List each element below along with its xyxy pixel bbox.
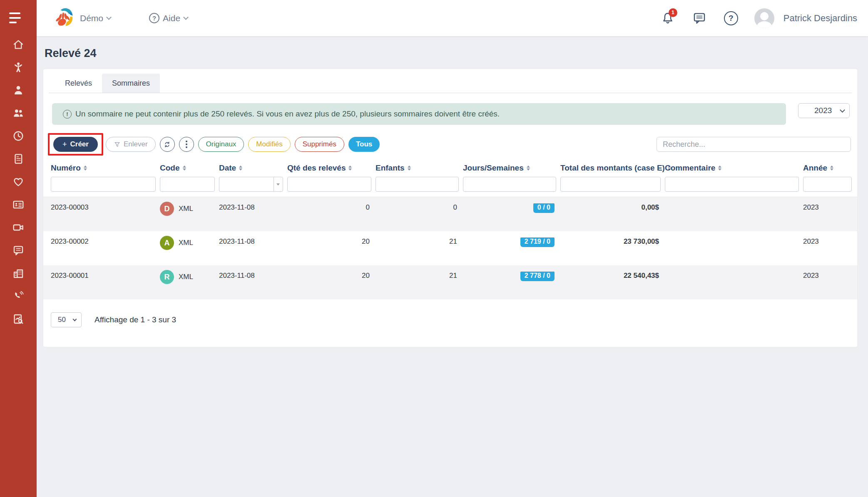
cell-code: A XML [160,236,215,250]
column-header-enfants[interactable]: Enfants [376,163,459,173]
sort-icon [84,166,87,171]
tab-bar: Relevés Sommaires [49,69,852,93]
chevron-down-icon [276,183,280,185]
column-header-date[interactable]: Date [219,163,283,173]
sidebar-item-reports[interactable] [0,307,37,330]
help-button[interactable]: ? [723,10,739,27]
table-row[interactable]: 2023-00001 R XML 2023-11-08 20 21 2 778 … [43,265,857,299]
sidebar-item-contacts[interactable] [0,193,37,216]
tab-sommaires[interactable]: Sommaires [102,74,160,93]
help-menu[interactable]: ? Aide [149,13,188,23]
column-header-code[interactable]: Code [160,163,215,173]
sidebar-item-messages[interactable] [0,239,37,262]
tab-releves[interactable]: Relevés [55,74,102,93]
cell-enfants: 21 [376,272,459,280]
pagination: 50 Affichage de 1 - 3 sur 3 [51,312,857,327]
chevron-down-icon [73,317,77,321]
search-input[interactable] [657,137,851,152]
menu-icon[interactable] [0,0,37,23]
filter-code-input[interactable] [160,177,215,192]
filter-date-input[interactable] [219,177,274,192]
cell-date: 2023-11-08 [219,237,283,246]
code-letter-badge: D [160,202,174,216]
refresh-icon [163,141,171,148]
sidebar-item-organization[interactable] [0,262,37,284]
sidebar-item-attendance[interactable] [0,124,37,147]
kebab-icon [186,141,187,148]
create-button[interactable]: +Créer [53,137,98,152]
cell-total: 0,00$ [560,203,661,212]
filter-jours-input[interactable] [463,177,556,192]
jours-semaines-badge: 2 719 / 0 [520,237,555,247]
column-header-jours[interactable]: Jours/Semaines [463,163,556,173]
table-row[interactable]: 2023-00002 A XML 2023-11-08 20 21 2 719 … [43,231,857,265]
filter-modifies-button[interactable]: Modifiés [248,137,290,152]
filter-qte-input[interactable] [287,177,371,192]
funnel-icon [114,141,121,148]
sort-icon [408,166,411,171]
notifications-button[interactable]: 1 [659,10,676,27]
code-letter-badge: R [160,270,174,284]
remove-button[interactable]: Enlever [106,137,156,152]
app-menu[interactable]: Démo [52,6,111,30]
filter-numero-input[interactable] [51,177,156,192]
contact-card-icon [12,198,25,211]
date-filter-dropdown[interactable] [274,177,283,192]
sidebar-item-video[interactable] [0,216,37,239]
code-format: XML [179,205,193,213]
cell-jours: 0 / 0 [463,203,556,213]
sidebar-item-health[interactable] [0,170,37,193]
top-bar: Démo ? Aide 1 ? Patrick Desjardins [37,0,868,36]
code-letter-badge: A [160,236,174,250]
cell-qte: 20 [287,272,371,280]
filter-originaux-button[interactable]: Originaux [198,137,244,152]
column-header-qte[interactable]: Qté des relevés [287,163,371,173]
refresh-button[interactable] [160,137,175,152]
sidebar-item-calls[interactable] [0,284,37,307]
filter-supprimes-button[interactable]: Supprimés [295,137,344,152]
toolbar: +Créer Enlever Originaux Modifiés Suppri… [48,134,851,155]
phone-icon [12,290,25,302]
cell-total: 22 540,43$ [560,272,661,280]
info-banner: ! Un sommaire ne peut contenir plus de 2… [52,103,786,125]
filter-enfants-input[interactable] [376,177,459,192]
sidebar-item-home[interactable] [0,33,37,56]
filter-commentaire-input[interactable] [665,177,799,192]
cell-jours: 2 719 / 0 [463,237,556,247]
column-header-commentaire[interactable]: Commentaire [665,163,799,173]
sidebar-item-families[interactable] [0,101,37,124]
sort-icon [718,166,721,171]
chevron-down-icon [840,107,845,113]
question-circle-icon: ? [724,11,738,25]
filter-total-input[interactable] [560,177,661,192]
message-icon [692,11,706,25]
invoice-icon [12,153,25,165]
cell-annee: 2023 [803,237,852,246]
column-header-total[interactable]: Total des montants (case E) [560,163,661,173]
help-circle-icon: ? [149,13,159,23]
report-search-icon [12,313,25,325]
info-icon: ! [63,110,72,119]
sidebar-item-educators[interactable] [0,79,37,101]
filter-annee-input[interactable] [803,177,852,192]
filter-tous-button[interactable]: Tous [348,137,380,152]
table-filter-row [43,177,857,197]
sort-icon [830,166,833,171]
sidebar-item-children[interactable] [0,56,37,79]
child-icon [12,61,25,74]
content-card: Relevés Sommaires ! Un sommaire ne peut … [43,69,857,347]
avatar[interactable] [754,8,774,28]
cell-numero: 2023-00001 [51,272,156,280]
more-options-button[interactable] [179,137,194,152]
plus-icon: + [62,140,67,149]
sidebar-item-invoices[interactable] [0,147,37,170]
page-size-select[interactable]: 50 [51,312,82,327]
app-menu-label: Démo [80,13,103,23]
table-row[interactable]: 2023-00003 D XML 2023-11-08 0 0 0 / 0 0,… [43,197,857,231]
year-select[interactable]: 2023 [798,103,850,118]
user-name[interactable]: Patrick Desjardins [783,13,857,24]
messages-button[interactable] [691,10,708,27]
column-header-numero[interactable]: Numéro [51,163,156,173]
people-icon [12,107,25,119]
column-header-annee[interactable]: Année [803,163,852,173]
